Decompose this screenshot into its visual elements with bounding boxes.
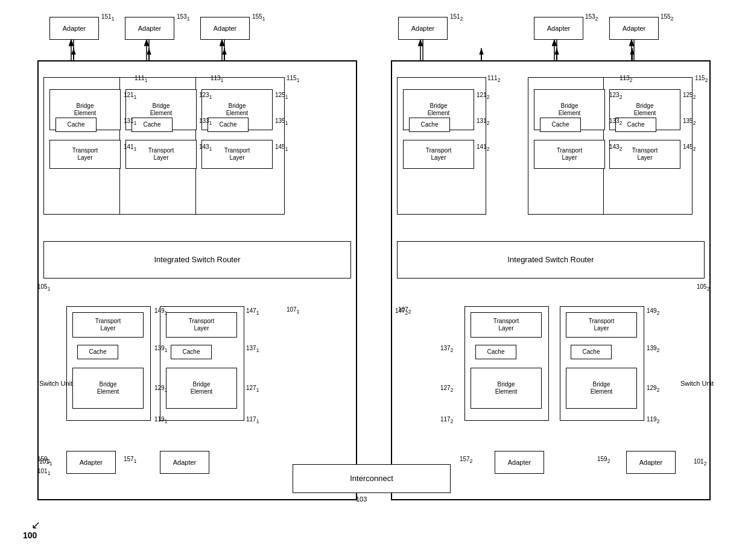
left-bn1-ref: 1111 xyxy=(135,75,147,83)
right-bn2-ref: 1132 xyxy=(620,75,632,83)
right-bn3-inner-ref: 1252 xyxy=(683,92,696,100)
right-bn1-ref: 1112 xyxy=(487,75,500,83)
right-bottom-node-2-cache: Cache xyxy=(571,345,612,359)
left-bottom-node-1-cache: Cache xyxy=(77,345,118,359)
lbn1-port-top-ref: 1191 xyxy=(154,416,167,424)
left-bottom-adapter-1: Adapter xyxy=(66,451,116,474)
lbn2-port-top-ref: 1171 xyxy=(246,416,259,424)
rbn2-transport-ref: 1492 xyxy=(647,307,659,316)
lbn1-bridge-ref: 1291 xyxy=(154,385,167,393)
left-switch-unit-label: Switch Unit xyxy=(39,380,72,387)
right-bn3-cache-ref: 1352 xyxy=(683,118,696,126)
right-bn3-transport-ref: 1452 xyxy=(683,143,696,152)
left-105-ref: 1051 xyxy=(37,283,50,292)
right-bn2-transport-ref: 1432 xyxy=(609,143,622,152)
left-ref-107: 1071 xyxy=(287,306,299,315)
rbn2-port-ref: 1192 xyxy=(647,416,659,424)
right-bot-ada2-ref: 1592 xyxy=(597,456,610,464)
rbn1-bridge-ref: 1272 xyxy=(440,385,453,393)
right-adapter-3-ref: 1552 xyxy=(661,13,673,22)
left-bottom-node-1-transport: TransportLayer xyxy=(72,312,144,338)
right-bn2-cache: Cache xyxy=(540,118,581,132)
left-bot-ada1-ref: 1591 xyxy=(37,456,50,464)
lbn2-transport-ref: 1471 xyxy=(246,307,259,316)
left-bn3-cache: Cache xyxy=(208,118,249,132)
left-adapter-3-ref: 1551 xyxy=(252,13,265,22)
lbn2-bridge-ref: 1271 xyxy=(246,385,259,393)
right-bottom-node-1-transport: TransportLayer xyxy=(471,312,542,338)
interconnect-box: Interconnect xyxy=(293,464,451,493)
right-ref-107: 1072 xyxy=(398,306,411,315)
right-bn2-cache-ref: 1332 xyxy=(609,118,622,126)
rbn1-cache-ref: 1372 xyxy=(440,345,453,353)
left-bottom-node-1-be: BridgeElement xyxy=(72,368,144,409)
left-bn1-cache-ref: 1311 xyxy=(124,118,136,126)
diagram-container: Switch Unit 1011 Adapter 1511 Adapter 15… xyxy=(0,0,748,560)
right-isr-box: Integrated Switch Router xyxy=(397,241,705,278)
right-bottom-node-1-be: BridgeElement xyxy=(471,368,542,409)
right-bottom-node-1-cache: Cache xyxy=(475,345,516,359)
left-adapter-1-ref: 1511 xyxy=(101,13,114,22)
left-bn3-inner-ref: 1251 xyxy=(275,92,288,100)
left-bn1-cache: Cache xyxy=(55,118,97,132)
figure-number: 100 xyxy=(23,530,37,540)
right-bot-ada1-ref: 1572 xyxy=(460,456,472,464)
left-isr-box: Integrated Switch Router xyxy=(43,241,351,278)
left-bn1-transport: TransportLayer xyxy=(49,140,121,169)
left-bot-ada1-ref2: 1011 xyxy=(37,468,50,476)
right-bottom-adapter-2: Adapter xyxy=(626,451,676,474)
left-bn3-ref: 1151 xyxy=(287,75,299,83)
right-bottom-adapter-1: Adapter xyxy=(495,451,544,474)
figure-arrow: ↙ xyxy=(31,518,40,532)
right-bn2-transport: TransportLayer xyxy=(534,140,605,169)
right-switch-unit-ref: 1012 xyxy=(694,458,706,467)
left-bn2-cache: Cache xyxy=(132,118,173,132)
rbn2-bridge-ref: 1292 xyxy=(647,385,659,393)
right-adapter-1-ref: 1512 xyxy=(450,13,463,22)
right-bn1-cache-ref: 1312 xyxy=(477,118,489,126)
left-bn2-transport-ref: 1431 xyxy=(199,143,212,152)
right-bottom-node-2-transport: TransportLayer xyxy=(566,312,637,338)
left-adapter-3: Adapter xyxy=(200,17,250,40)
left-bottom-node-2-be: BridgeElement xyxy=(166,368,237,409)
left-bn3-cache-ref: 1351 xyxy=(275,118,288,126)
right-adapter-2-ref: 1532 xyxy=(585,13,598,22)
left-bot-ada2-ref: 1571 xyxy=(124,456,136,464)
left-bottom-adapter-2: Adapter xyxy=(160,451,209,474)
rbn1-port-ref: 1172 xyxy=(440,416,453,424)
interconnect-ref: 103 xyxy=(356,496,367,503)
right-adapter-3: Adapter xyxy=(609,17,659,40)
left-bottom-node-2-transport: TransportLayer xyxy=(166,312,237,338)
left-bn2-cache-ref: 1331 xyxy=(199,118,212,126)
right-bn1-transport: TransportLayer xyxy=(403,140,474,169)
right-bottom-node-2-be: BridgeElement xyxy=(566,368,637,409)
left-bn1-inner-ref: 1211 xyxy=(124,92,136,100)
right-bn2-inner-ref: 1232 xyxy=(609,92,622,100)
left-bn1-transport-ref: 1411 xyxy=(124,143,136,152)
lbn1-transport-ref: 1491 xyxy=(154,307,167,316)
lbn2-cache-ref: 1371 xyxy=(246,345,259,353)
right-bn3-ref: 1152 xyxy=(695,75,708,83)
right-bn1-cache: Cache xyxy=(409,118,450,132)
left-bn3-transport-ref: 1451 xyxy=(275,143,288,152)
left-bn2-ref: 1131 xyxy=(211,75,223,83)
left-adapter-2-ref: 1531 xyxy=(177,13,189,22)
rbn2-cache-ref: 1392 xyxy=(647,345,659,353)
right-switch-unit-label: Switch Unit xyxy=(680,380,714,387)
right-adapter-1: Adapter xyxy=(398,17,448,40)
left-adapter-1: Adapter xyxy=(49,17,99,40)
lbn1-cache-ref: 1391 xyxy=(154,345,167,353)
right-adapter-2: Adapter xyxy=(534,17,583,40)
left-bn3-transport: TransportLayer xyxy=(201,140,273,169)
right-bn1-transport-ref: 1412 xyxy=(477,143,489,152)
left-bottom-node-2-cache: Cache xyxy=(171,345,212,359)
left-bn2-inner-ref: 1231 xyxy=(199,92,212,100)
right-105-ref: 1052 xyxy=(697,283,709,292)
left-adapter-2: Adapter xyxy=(125,17,174,40)
right-bn1-inner-ref: 1212 xyxy=(477,92,489,100)
